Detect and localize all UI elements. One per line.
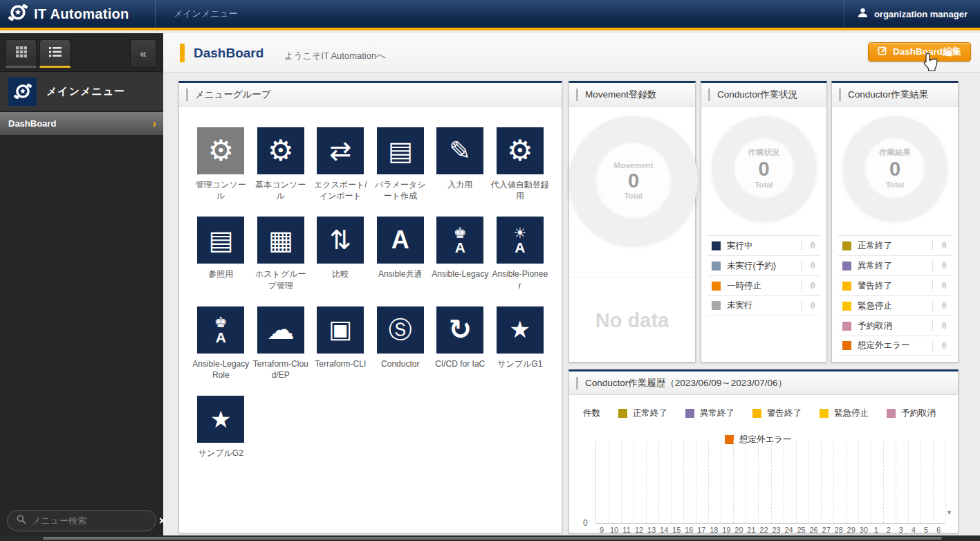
donut-sub: Total	[625, 192, 643, 200]
x-axis-tick-label: 21	[747, 526, 755, 534]
legend-count: 0	[938, 301, 950, 311]
x-axis-tick-label: 10	[610, 526, 618, 534]
list-icon	[48, 45, 63, 62]
menu-group-header: メニューグループ	[179, 83, 562, 107]
x-axis-tick-label: 14	[660, 526, 668, 534]
legend-color-swatch	[712, 262, 721, 270]
menu-group-tile-label: CI/CD for IaC	[435, 358, 485, 369]
grid-icon	[15, 45, 28, 62]
legend-item: 想定外エラー0	[838, 336, 952, 356]
x-axis-tick-label: 12	[635, 526, 643, 534]
legend-label: 緊急停止	[834, 407, 869, 419]
menu-group-tile[interactable]: ☀ AAnsible-Pioneer	[491, 217, 550, 291]
tab-menu-grid[interactable]	[6, 39, 37, 68]
scrollbar-thumb[interactable]	[43, 537, 942, 540]
menu-group-tile-label: Terraform-CLI	[315, 358, 366, 369]
menu-group-tile-label: Conductor	[381, 358, 419, 369]
menu-group-tile[interactable]: ★サンプルG1	[491, 306, 550, 380]
sidebar-tabs: «	[0, 33, 163, 72]
legend-label: 予約取消	[858, 320, 927, 332]
sidebar-menu-header: メインメニュー	[0, 72, 163, 111]
legend-count: 0	[938, 281, 950, 291]
exastro-menu-icon	[8, 77, 37, 106]
menu-group-tile-label: ホストグループ管理	[252, 268, 311, 291]
edit-button-label: DashBoard編集	[893, 46, 961, 58]
sidebar-item-dashboard[interactable]: DashBoard ›	[0, 112, 163, 135]
search-clear-icon[interactable]: ×	[159, 515, 165, 526]
menu-group-tile-label: 参照用	[208, 268, 233, 279]
legend-label: 警告終了	[858, 280, 927, 292]
legend-item: 未実行0	[708, 295, 820, 315]
history-panel-title: Conductor作業履歴（2023/06/09～2023/07/06）	[585, 377, 787, 389]
sidebar-item-label: DashBoard	[8, 118, 152, 129]
menu-group-tile[interactable]: ⚙管理コンソール	[192, 127, 250, 201]
menu-group-tile-label: Ansible-Legacy	[432, 268, 488, 279]
legend-label: 警告終了	[767, 407, 802, 419]
menu-group-tile[interactable]: ▤参照用	[192, 217, 250, 291]
menu-group-tile[interactable]: ★サンプルG2	[192, 396, 250, 459]
legend-label: 想定外エラー	[858, 340, 927, 351]
menu-group-tile[interactable]: ☁Terraform-Cloud/EP	[252, 306, 311, 380]
legend-label: 実行中	[727, 240, 796, 252]
top-bar: IT Automation メインメニュー organization manag…	[0, 0, 980, 30]
legend-item: 実行中0	[708, 235, 820, 255]
app-logo[interactable]: IT Automation	[0, 3, 155, 25]
user-menu[interactable]: organization manager	[844, 0, 980, 28]
x-axis-tick-label: 4	[912, 526, 916, 534]
x-axis-tick-label: 26	[810, 526, 818, 534]
legend-count: 0	[806, 281, 819, 291]
page-header: DashBoard ようこそIT Automationへ DashBoard編集	[163, 33, 980, 73]
legend-label: 異常終了	[858, 260, 927, 272]
x-axis-tick-label: 24	[784, 526, 793, 534]
cicd-icon: ↻	[436, 306, 483, 354]
page-title: DashBoard	[194, 46, 264, 61]
tab-menu-list[interactable]	[39, 39, 71, 68]
horizontal-scrollbar	[0, 535, 980, 541]
sidebar-collapse-button[interactable]: «	[130, 39, 156, 68]
x-axis-tick-label: 17	[697, 526, 705, 534]
conductor-icon: Ⓢ	[377, 306, 424, 354]
x-axis-tick-label: 25	[797, 526, 805, 534]
result-legend: 正常終了0異常終了0警告終了0緊急停止0予約取消0想定外エラー0	[838, 235, 952, 356]
status-panel-title: Conductor作業状況	[717, 89, 797, 101]
legend-item: 正常終了0	[838, 235, 952, 255]
dashboard-edit-button[interactable]: DashBoard編集	[868, 42, 971, 62]
x-axis-tick-label: 23	[772, 526, 780, 534]
menu-group-tile[interactable]: ♚ AAnsible-Legacy	[431, 217, 490, 291]
chart-legend-item: 警告終了	[752, 407, 802, 419]
menu-group-title: メニューグループ	[195, 89, 271, 101]
legend-count: 0	[938, 261, 950, 270]
menu-group-tile[interactable]: ▣Terraform-CLI	[311, 306, 370, 380]
legend-color-swatch	[842, 302, 851, 311]
menu-group-tile[interactable]: ▦ホストグループ管理	[252, 217, 311, 291]
legend-color-swatch	[842, 262, 851, 270]
menu-group-tile-label: Terraform-Cloud/EP	[252, 358, 311, 380]
legend-color-swatch	[618, 409, 627, 418]
legend-color-swatch	[752, 409, 761, 418]
menu-group-tile[interactable]: ⚙基本コンソール	[252, 127, 311, 201]
menu-group-tile[interactable]: ▤パラメータシート作成	[371, 127, 430, 201]
sidebar-menu-title: メインメニュー	[46, 85, 125, 98]
movement-donut-chart: Movement 0 Total	[569, 116, 698, 245]
topnav-main-menu[interactable]: メインメニュー	[155, 0, 256, 28]
legend-label: 緊急停止	[858, 300, 927, 312]
x-axis-tick-label: 28	[835, 526, 843, 534]
menu-search-input[interactable]	[32, 515, 154, 526]
menu-group-tile[interactable]: ✎入力用	[431, 127, 490, 201]
legend-color-swatch	[842, 241, 851, 250]
menu-group-tile-label: 基本コンソール	[252, 179, 311, 201]
chart-scroll-down-icon[interactable]: ▼	[946, 509, 952, 516]
menu-group-tile[interactable]: ↻CI/CD for IaC	[431, 306, 490, 380]
menu-group-tile[interactable]: ⇄エクスポート/インポート	[311, 127, 370, 201]
menu-group-tile[interactable]: ⚙代入値自動登録用	[491, 127, 550, 201]
ansible-crown-role-icon: ♚ A	[197, 306, 244, 354]
menu-group-tile-label: 入力用	[447, 179, 472, 190]
legend-count: 0	[938, 241, 950, 250]
host-group-icon: ▦	[257, 217, 304, 264]
legend-count: 0	[806, 241, 819, 250]
menu-group-tile[interactable]: ⓈConductor	[371, 306, 430, 380]
menu-group-tile[interactable]: ♚ AAnsible-LegacyRole	[192, 306, 250, 380]
history-bar-chart	[595, 441, 945, 524]
menu-group-tile[interactable]: AAnsible共通	[371, 217, 430, 291]
menu-group-tile[interactable]: ⇅比較	[311, 217, 370, 291]
